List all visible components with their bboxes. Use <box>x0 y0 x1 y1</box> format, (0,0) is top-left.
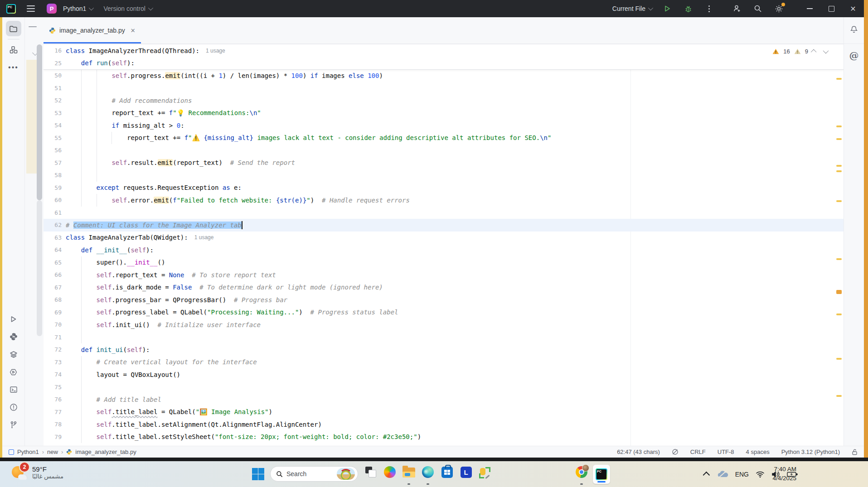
code-line-62[interactable]: 62# Comment: UI class for the Image Anal… <box>44 219 844 231</box>
code-line-68[interactable]: 68self.progress_bar = QProgressBar() # P… <box>44 294 844 306</box>
line-number[interactable]: 53 <box>44 110 62 116</box>
microsoft-store-button[interactable] <box>437 465 456 485</box>
stripe-mark[interactable] <box>836 78 842 80</box>
python-console-layers-icon[interactable] <box>6 347 21 362</box>
line-number[interactable]: 65 <box>44 259 62 266</box>
settings-button[interactable] <box>773 3 784 14</box>
taskbar-search[interactable]: Search <box>270 466 358 482</box>
line-number[interactable]: 58 <box>44 172 62 178</box>
task-view-button[interactable] <box>361 465 380 485</box>
code-line-16[interactable]: 16class ImageAnalyzerThread(QThread):1 u… <box>44 44 844 57</box>
line-number[interactable]: 50 <box>44 72 62 79</box>
line-number[interactable]: 57 <box>44 159 62 166</box>
terminal-icon[interactable] <box>6 382 21 397</box>
line-number[interactable]: 62 <box>44 222 62 228</box>
previous-problem-icon[interactable] <box>811 49 817 55</box>
highlighting-level-icon[interactable] <box>672 448 679 455</box>
hide-panel-button[interactable] <box>29 26 37 27</box>
edge-button[interactable] <box>418 465 437 485</box>
stripe-mark[interactable] <box>836 165 842 167</box>
caret-position-widget[interactable]: 62:47 (43 chars) <box>617 448 660 455</box>
onedrive-icon[interactable] <box>717 470 728 479</box>
line-number[interactable]: 79 <box>44 434 62 440</box>
line-number[interactable]: 66 <box>44 271 62 278</box>
line-number[interactable]: 54 <box>44 122 62 129</box>
more-tool-windows-icon[interactable]: ••• <box>6 60 21 75</box>
line-number[interactable]: 56 <box>44 147 62 154</box>
code-line-79[interactable]: 79self.title_label.setStyleSheet("font-s… <box>44 431 844 444</box>
code-with-me-button[interactable] <box>732 3 742 14</box>
stripe-mark[interactable] <box>836 395 842 397</box>
stripe-mark[interactable] <box>836 170 842 172</box>
code-line-65[interactable]: 65super().__init__() <box>44 256 844 269</box>
project-selector[interactable]: Python1 <box>63 5 92 12</box>
code-line-58[interactable]: 58 <box>44 169 844 182</box>
main-menu-icon[interactable] <box>27 5 35 12</box>
code-line-70[interactable]: 70self.init_ui() # Initialize user inter… <box>44 318 844 331</box>
code-line-56[interactable]: 56 <box>44 144 844 157</box>
weather-widget[interactable]: 2 59°F مشمس غالبًا <box>12 464 63 481</box>
code-line-54[interactable]: 54if missing_alt > 0: <box>44 119 844 132</box>
tab-image-analyzer[interactable]: image_analyzer_tab.py ✕ <box>44 17 141 43</box>
panel-scrollbar-thumb[interactable] <box>37 44 42 200</box>
project-folder-icon[interactable] <box>6 21 21 36</box>
code-line-71[interactable]: 71 <box>44 331 844 344</box>
code-line-73[interactable]: 73# Create vertical layout for the inter… <box>44 356 844 369</box>
code-line-25[interactable]: 25def run(self): <box>44 57 844 70</box>
debug-button[interactable] <box>683 3 693 14</box>
line-number[interactable]: 78 <box>44 421 62 428</box>
code-line-63[interactable]: 63class ImageAnalyzerTab(QWidget):1 usag… <box>44 231 844 244</box>
l-app-button[interactable]: L <box>456 465 475 485</box>
code-line-78[interactable]: 78self.title_label.setAlignment(Qt.Align… <box>44 418 844 431</box>
line-number[interactable]: 60 <box>44 197 62 203</box>
breadcrumb-item[interactable]: Python1 <box>17 448 39 455</box>
interpreter-widget[interactable]: Python 3.12 (Python1) <box>781 448 840 455</box>
chrome-button[interactable] <box>572 465 591 485</box>
version-control-icon[interactable] <box>6 417 21 433</box>
code-line-50[interactable]: 50self.progress.emit(int((i + 1) / len(i… <box>44 69 844 82</box>
close-button[interactable]: ✕ <box>842 0 864 17</box>
code-line-64[interactable]: 64def __init__(self): <box>44 244 844 256</box>
copilot-button[interactable] <box>380 465 399 485</box>
code-line-72[interactable]: 72def init_ui(self): <box>44 343 844 356</box>
line-number[interactable]: 52 <box>44 97 62 104</box>
line-number[interactable]: 71 <box>44 334 62 341</box>
ai-assistant-icon[interactable]: @ <box>849 50 859 61</box>
error-stripe[interactable] <box>834 44 844 446</box>
lock-open-icon[interactable] <box>852 448 858 455</box>
start-button[interactable] <box>252 468 264 480</box>
code-line-61[interactable]: 61 <box>44 207 844 219</box>
line-number[interactable]: 59 <box>44 184 62 191</box>
code-line-52[interactable]: 52# Add recommendations <box>44 94 844 107</box>
code-line-69[interactable]: 69self.progress_label = QLabel("Processi… <box>44 306 844 319</box>
search-highlight-image[interactable] <box>337 468 355 480</box>
code-line-53[interactable]: 53report_text += f"💡 Recommendations:\n" <box>44 107 844 120</box>
code-line-51[interactable]: 51 <box>44 82 844 95</box>
code-line-76[interactable]: 76# Add title label <box>44 393 844 406</box>
code-line-67[interactable]: 67self.is_dark_mode = False # To determi… <box>44 281 844 294</box>
line-number[interactable]: 67 <box>44 284 62 291</box>
more-actions-button[interactable] <box>703 3 714 14</box>
code-line-75[interactable]: 75 <box>44 381 844 394</box>
wifi-icon[interactable] <box>756 471 765 478</box>
code-line-74[interactable]: 74layout = QVBoxLayout() <box>44 368 844 381</box>
code-line-55[interactable]: 55report_text += f"⚠️ {missing_alt} imag… <box>44 132 844 145</box>
pycharm-taskbar-button[interactable] <box>591 465 612 485</box>
maximize-button[interactable] <box>820 0 842 17</box>
code-line-66[interactable]: 66self.report_text = None # To store rep… <box>44 269 844 281</box>
language-indicator[interactable]: ENG <box>735 471 749 478</box>
notifications-bell-icon[interactable] <box>850 25 858 34</box>
version-control-menu[interactable]: Version control <box>103 5 152 12</box>
indent-widget[interactable]: 4 spaces <box>746 448 770 455</box>
python-packages-icon[interactable] <box>6 329 21 344</box>
clock-widget[interactable]: 7:40 AM 4/4/2025 <box>772 465 796 482</box>
line-number[interactable]: 70 <box>44 321 62 328</box>
line-number[interactable]: 77 <box>44 409 62 415</box>
stripe-mark[interactable] <box>836 138 842 140</box>
line-number[interactable]: 55 <box>44 135 62 141</box>
tray-expand-icon[interactable] <box>703 472 710 479</box>
line-number[interactable]: 63 <box>44 234 62 241</box>
line-number[interactable]: 74 <box>44 371 62 378</box>
services-icon[interactable] <box>6 364 21 380</box>
line-number[interactable]: 61 <box>44 209 62 216</box>
